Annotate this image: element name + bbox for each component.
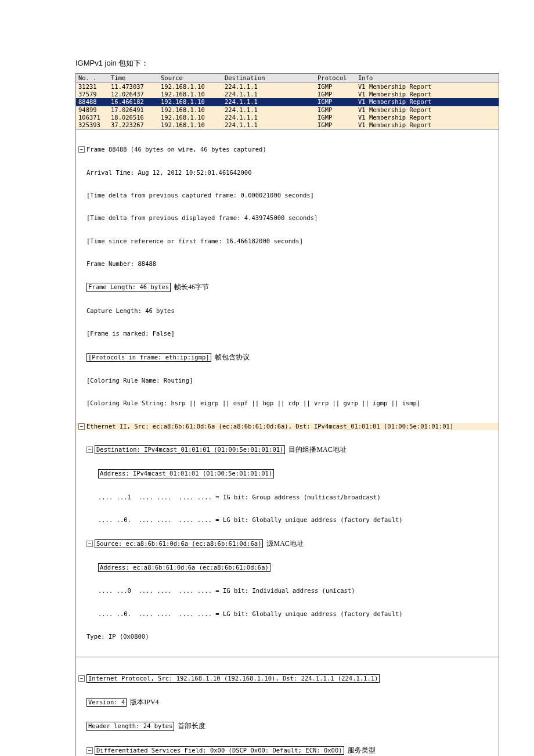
wireshark-panel: No. . Time Source Destination Protocol I… (75, 73, 499, 756)
ip-hlen: Header length: 24 bytes (86, 722, 174, 730)
eth-dst: Destination: IPv4mcast_01:01:01 (01:00:5… (95, 445, 285, 454)
cell-proto: IGMP (317, 106, 358, 114)
eth-src: Source: ec:a8:6b:61:0d:6a (ec:a8:6b:61:0… (95, 539, 263, 548)
cell-no: 31231 (78, 83, 111, 91)
col-proto: Protocol (317, 74, 358, 82)
cell-dst: 224.1.1.1 (225, 114, 317, 121)
cell-info: V1 Membership Report (358, 114, 496, 121)
frame-td-cap: [Time delta from previous captured frame… (76, 192, 499, 199)
eth-src-ig: .... ...0 .... .... .... .... = IG bit: … (76, 587, 499, 595)
cell-info: V1 Membership Report (358, 121, 496, 129)
cell-src: 192.168.1.10 (161, 114, 225, 121)
cell-src: 192.168.1.10 (161, 91, 225, 98)
frame-pane: −Frame 88488 (46 bytes on wire, 46 bytes… (76, 129, 499, 657)
ip-dsf-label: 服务类型 (348, 746, 376, 754)
ip-pane: −Internet Protocol, Src: 192.168.1.10 (1… (76, 657, 499, 756)
eth-summary: Ethernet II, Src: ec:a8:6b:61:0d:6a (ec:… (86, 423, 453, 430)
cell-time: 37.223267 (111, 121, 161, 129)
cell-proto: IGMP (317, 91, 358, 98)
eth-type: Type: IP (0x0800) (76, 633, 499, 640)
ip-ver: Version: 4 (86, 698, 127, 707)
ip-summary: Internet Protocol, Src: 192.168.1.10 (19… (86, 674, 380, 683)
eth-dst-lg: .... ..0. .... .... .... .... = LG bit: … (76, 516, 499, 524)
cell-dst: 224.1.1.1 (225, 91, 317, 98)
cell-no: 88488 (78, 98, 111, 106)
toggle-icon[interactable]: − (86, 747, 93, 754)
cell-time: 11.473037 (111, 83, 161, 91)
col-time: Time (111, 74, 161, 82)
cell-no: 325393 (78, 121, 111, 129)
eth-src-label: 源MAC地址 (266, 539, 303, 548)
intro-text: IGMPv1 join 包如下： (75, 58, 499, 69)
cell-dst: 224.1.1.1 (225, 106, 317, 114)
cell-src: 192.168.1.10 (161, 98, 225, 106)
cell-proto: IGMP (317, 98, 358, 106)
cell-src: 192.168.1.10 (161, 121, 225, 129)
frame-number: Frame Number: 88488 (76, 260, 499, 268)
cell-proto: IGMP (317, 114, 358, 121)
col-dst: Destination (225, 74, 317, 82)
frame-marked: [Frame is marked: False] (76, 330, 499, 337)
cell-no: 106371 (78, 114, 111, 121)
cell-time: 18.026516 (111, 114, 161, 121)
cell-no: 94899 (78, 106, 111, 114)
frame-protos: [Protocols in frame: eth:ip:igmp] (86, 353, 211, 362)
frame-arrival: Arrival Time: Aug 12, 2012 10:52:01.4616… (76, 169, 499, 177)
frame-since-ref: [Time since reference or first frame: 16… (76, 237, 499, 245)
cell-src: 192.168.1.10 (161, 106, 225, 114)
frame-color-rule: [Coloring Rule String: hsrp || eigrp || … (76, 399, 499, 407)
cell-info: V1 Membership Report (358, 98, 496, 106)
eth-src-lg: .... ..0. .... .... .... .... = LG bit: … (76, 610, 499, 618)
frame-protos-label: 帧包含协议 (215, 353, 250, 361)
eth-dst-label: 目的组播MAC地址 (288, 445, 346, 453)
cell-dst: 224.1.1.1 (225, 121, 317, 129)
packet-row[interactable]: 32539337.223267192.168.1.10224.1.1.1IGMP… (76, 121, 499, 129)
col-src: Source (161, 74, 225, 82)
toggle-icon[interactable]: − (78, 423, 85, 430)
packet-row[interactable]: 8848816.466182192.168.1.10224.1.1.1IGMPV… (76, 98, 499, 106)
cell-time: 17.026491 (111, 106, 161, 114)
frame-len: Frame Length: 46 bytes (86, 283, 171, 291)
cell-dst: 224.1.1.1 (225, 83, 317, 91)
eth-src-addr: Address: ec:a8:6b:61:0d:6a (ec:a8:6b:61:… (98, 563, 270, 572)
cell-time: 16.466182 (111, 98, 161, 106)
cell-info: V1 Membership Report (358, 106, 496, 114)
cell-info: V1 Membership Report (358, 83, 496, 91)
cell-proto: IGMP (317, 83, 358, 91)
packet-list[interactable]: 3123111.473037192.168.1.10224.1.1.1IGMPV… (76, 83, 499, 129)
eth-dst-addr: Address: IPv4mcast_01:01:01 (01:00:5e:01… (98, 469, 274, 478)
toggle-icon[interactable]: − (78, 675, 85, 682)
cell-no: 37579 (78, 91, 111, 98)
eth-dst-ig: .... ...1 .... .... .... .... = IG bit: … (76, 494, 499, 501)
frame-caplen: Capture Length: 46 bytes (76, 307, 499, 315)
packet-row[interactable]: 3123111.473037192.168.1.10224.1.1.1IGMPV… (76, 83, 499, 91)
frame-title: Frame 88488 (46 bytes on wire, 46 bytes … (86, 146, 266, 153)
cell-dst: 224.1.1.1 (225, 98, 317, 106)
toggle-icon[interactable]: − (78, 146, 85, 153)
frame-len-label: 帧长46字节 (174, 283, 209, 291)
cell-src: 192.168.1.10 (161, 83, 225, 91)
ip-hlen-label: 首部长度 (178, 722, 205, 730)
col-no: No. . (78, 74, 111, 82)
ip-dsf: Differentiated Services Field: 0x00 (DSC… (95, 746, 344, 755)
frame-td-disp: [Time delta from previous displayed fram… (76, 214, 499, 222)
toggle-icon[interactable]: − (86, 447, 93, 453)
frame-color-name: [Coloring Rule Name: Routing] (76, 377, 499, 384)
cell-time: 12.026437 (111, 91, 161, 98)
packet-row[interactable]: 3757912.026437192.168.1.10224.1.1.1IGMPV… (76, 91, 499, 98)
col-info: Info (358, 74, 496, 82)
ip-ver-label: 版本IPV4 (130, 698, 158, 706)
packet-list-header: No. . Time Source Destination Protocol I… (76, 74, 499, 83)
packet-row[interactable]: 10637118.026516192.168.1.10224.1.1.1IGMP… (76, 114, 499, 121)
cell-info: V1 Membership Report (358, 91, 496, 98)
cell-proto: IGMP (317, 121, 358, 129)
toggle-icon[interactable]: − (86, 541, 93, 547)
packet-row[interactable]: 9489917.026491192.168.1.10224.1.1.1IGMPV… (76, 106, 499, 114)
